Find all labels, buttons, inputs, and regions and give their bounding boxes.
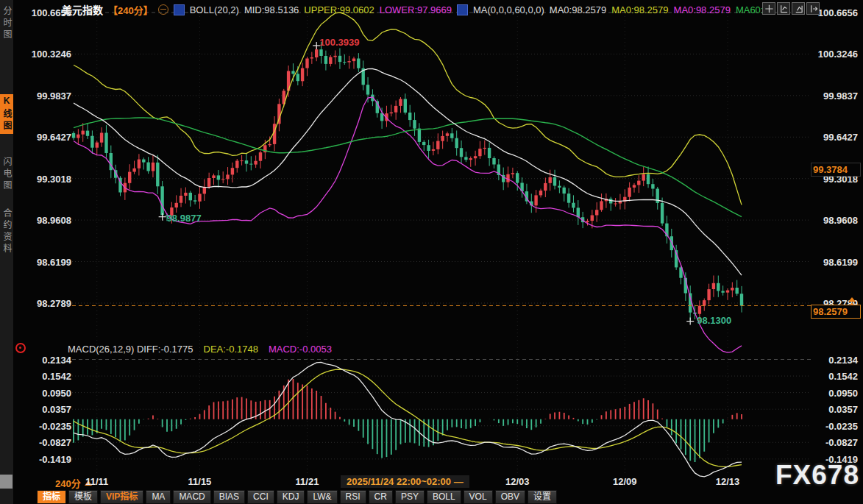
boll-mid-value: MID:98.5136 (244, 4, 299, 15)
toolbar-button-模板[interactable]: 模板 (68, 490, 98, 504)
toolbar-button-CR[interactable]: CR (369, 490, 393, 504)
candlestick-chart[interactable] (0, 0, 863, 504)
axis-label: 99.9837 (20, 90, 71, 101)
axis-label: 98.6199 (806, 256, 858, 267)
chart-toolbar-icons (762, 2, 820, 15)
boll-name: BOLL(20,2) (190, 4, 239, 15)
axis-label: 100.3246 (806, 49, 858, 60)
crosshair-date-label: 2025/11/24 22:00~02:00 — (341, 475, 469, 488)
axis-label: 98.9608 (20, 215, 71, 226)
crosshair-move-icon[interactable] (762, 2, 775, 15)
ma-value-3: MA0:98.2579 (674, 4, 731, 15)
x-axis-date: 12/09 (613, 476, 637, 487)
axis-label: 99.6427 (20, 132, 71, 143)
ma-indicator-icon[interactable] (457, 4, 468, 15)
x-axis-date: 11/21 (296, 476, 319, 487)
x-axis-date: 12/13 (716, 476, 740, 487)
current-price-badge: 98.2579 (811, 305, 861, 319)
axis-scale-left-icon[interactable] (777, 2, 790, 15)
toolbar-button-PSY[interactable]: PSY (395, 490, 425, 504)
sidebar-tab-4[interactable]: 合约资料 (0, 207, 13, 257)
axis-label: 100.3246 (20, 49, 71, 60)
sidebar: 分时图K线图闪电图合约资料 (0, 0, 13, 504)
sidebar-tab-1[interactable]: 分时图 (0, 4, 13, 43)
trading-app-window: 分时图K线图闪电图合约资料 美元指数 【240分】 BOLL(20,2) MID… (0, 0, 863, 504)
toolbar-button-LW&[interactable]: LW& (307, 490, 337, 504)
ma-name: MA(0,0,0,60,0,0) (473, 4, 544, 15)
axis-label: 99.3018 (20, 173, 71, 184)
x-axis-date: 11/15 (188, 476, 212, 487)
toolbar-button-MA[interactable]: MA (146, 490, 171, 504)
high-price-label: 100.3939 (319, 37, 359, 48)
axis-label: 100.6656 (20, 7, 71, 18)
toolbar-button-BOLL[interactable]: BOLL (427, 490, 461, 504)
ma-value-1: MA0:98.2579 (550, 4, 606, 15)
axis-label: -0.1419 (20, 453, 71, 464)
axis-label: 99.9837 (806, 90, 858, 101)
axis-scale-right-icon[interactable] (792, 2, 805, 15)
axis-label: 0.0357 (806, 404, 858, 415)
sidebar-tab-3[interactable]: 闪电图 (0, 155, 13, 194)
pan-right-icon[interactable] (806, 2, 820, 15)
boll-lower-value: LOWER:97.9669 (380, 4, 452, 15)
ma-value-2: MA0:98.2579 (611, 4, 668, 15)
sidebar-scroll-thumb[interactable] (0, 475, 13, 489)
axis-label: 99.6427 (806, 132, 858, 143)
time-axis: 240分 2025/11/24 22:00~02:00 — 11/1111/15… (13, 475, 863, 489)
toolbar-button-RSI[interactable]: RSI (340, 490, 366, 504)
period-tag[interactable]: 【240分】 (108, 3, 153, 17)
axis-label: 0.1542 (806, 371, 858, 382)
axis-label: 98.2789 (20, 297, 71, 308)
low-price-label-right: 98.1300 (697, 315, 731, 326)
axis-label: 0.0950 (20, 387, 71, 398)
boll-upper-value: UPPER:99.0602 (304, 4, 374, 15)
axis-label: -0.0235 (20, 420, 71, 431)
toolbar-button-BIAS[interactable]: BIAS (213, 490, 245, 504)
ma-values: MA0:98.2579MA0:98.2579MA0:98.2579MA60:9 (550, 4, 769, 15)
x-axis-date: 12/03 (505, 476, 530, 487)
x-axis-date: 11/11 (85, 476, 108, 487)
axis-label: 0.2134 (20, 354, 71, 365)
toolbar-button-CCI[interactable]: CCI (247, 490, 274, 504)
toolbar-button-VOL[interactable]: VOL (464, 490, 493, 504)
toolbar-button-KDJ[interactable]: KDJ (277, 490, 305, 504)
macd-header: MACD(26,12,9) DIFF:-0.1775 DEA:-0.1748 M… (68, 344, 332, 355)
axis-label: 0.0357 (20, 404, 71, 415)
macd-macd-value: MACD:-0.0053 (269, 344, 332, 355)
price-scale-arrows-icon[interactable] (848, 297, 856, 305)
boll-indicator-icon[interactable] (174, 4, 185, 15)
axis-label: -0.0235 (806, 420, 858, 431)
axis-label: 0.1542 (20, 371, 71, 382)
toolbar-button-指标[interactable]: 指标 (37, 490, 66, 504)
chart-header: 美元指数 【240分】 BOLL(20,2) MID:98.5136 UPPER… (62, 2, 769, 17)
axis-label: 98.9608 (806, 215, 858, 226)
macd-live-icon (15, 343, 26, 353)
collapse-indicator-icon[interactable] (158, 4, 168, 15)
sidebar-tab-2[interactable]: K线图 (0, 94, 13, 134)
toolbar-button-MACD[interactable]: MACD (173, 490, 210, 504)
macd-main-value: MACD(26,12,9) DIFF:-0.1775 (68, 344, 193, 355)
axis-label: -0.1419 (806, 453, 858, 464)
axis-label: 98.6199 (20, 256, 71, 267)
toolbar-button-VIP指标[interactable]: VIP指标 (100, 490, 143, 504)
toolbar-button-设置[interactable]: 设置 (528, 490, 557, 504)
indicator-value-badge: 99.3784 (811, 163, 861, 177)
axis-label: 0.0950 (806, 387, 858, 398)
axis-label: -0.0827 (806, 437, 858, 448)
axis-label: -0.0827 (20, 437, 71, 448)
indicator-toolbar: 指标模板VIP指标MAMACDBIASCCIKDJLW&RSICRPSYBOLL… (37, 490, 557, 504)
low-price-label-left: 98.9877 (167, 213, 202, 224)
axis-label: 0.2134 (806, 354, 858, 365)
toolbar-button-OBV[interactable]: OBV (495, 490, 525, 504)
macd-dea-value: DEA:-0.1748 (204, 344, 258, 355)
